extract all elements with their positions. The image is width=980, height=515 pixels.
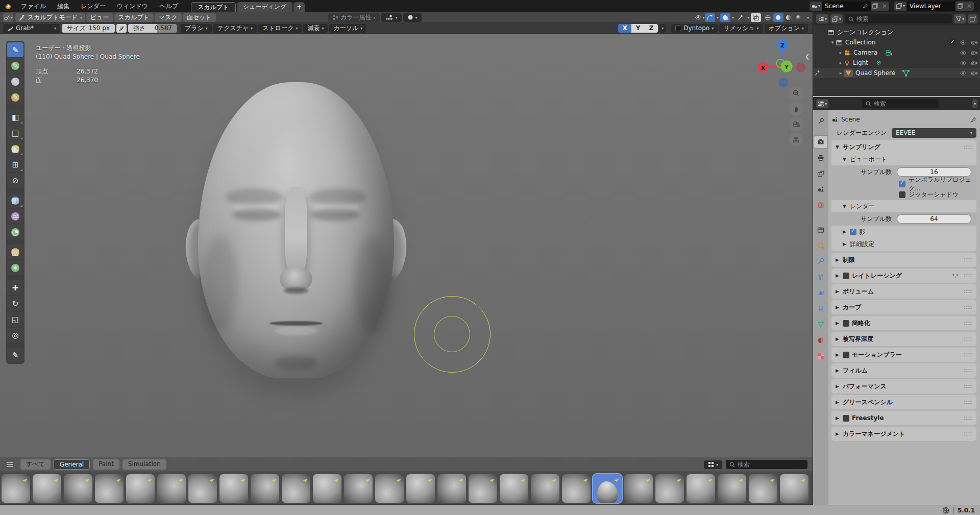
brush-thumbnail[interactable] bbox=[562, 474, 591, 503]
panel-header[interactable]: ▶パフォーマンス bbox=[831, 380, 976, 393]
brush-thumbnail[interactable] bbox=[749, 474, 777, 503]
brush-thumbnail[interactable] bbox=[251, 474, 279, 503]
shelf-tab-Simulation[interactable]: Simulation bbox=[122, 459, 166, 470]
brush-selector[interactable]: Grab*▾ bbox=[3, 24, 60, 33]
viewport-menu-ビュー[interactable]: ビュー bbox=[86, 13, 113, 22]
outliner-row-quad-sphere[interactable]: ▸Quad Sphere bbox=[813, 68, 980, 78]
tool-move-tool[interactable]: ✚ bbox=[7, 280, 23, 295]
tool-mesh-filter[interactable]: ◔ bbox=[7, 225, 23, 239]
tool-color-filter[interactable]: ▨ bbox=[7, 244, 23, 259]
menu-ヘルプ[interactable]: ヘルプ bbox=[154, 0, 184, 12]
panel-checkbox[interactable] bbox=[843, 352, 849, 358]
viewport-menu-面セット[interactable]: 面セット bbox=[183, 13, 216, 22]
menu-ファイル[interactable]: ファイル bbox=[15, 0, 52, 12]
xray-toggle-icon[interactable] bbox=[751, 13, 761, 22]
panel-header[interactable]: ▶ボリューム bbox=[831, 285, 976, 298]
panel-header[interactable]: ▶Freestyle bbox=[831, 412, 976, 424]
outliner-row-light[interactable]: ▸Light bbox=[813, 58, 980, 68]
brush-thumbnail[interactable] bbox=[437, 474, 466, 503]
gizmos-toggle-icon[interactable] bbox=[705, 13, 715, 22]
properties-tab-scene[interactable] bbox=[814, 183, 827, 195]
tool-transform-tool[interactable]: ◎ bbox=[7, 328, 23, 342]
dyntopo-checkbox[interactable] bbox=[675, 25, 681, 31]
overlays-toggle-icon[interactable] bbox=[720, 13, 730, 22]
properties-tab-particles[interactable] bbox=[814, 271, 827, 283]
drag-dots-icon[interactable] bbox=[964, 321, 972, 326]
brush-strength-slider[interactable]: 強さ 0.587 bbox=[128, 24, 177, 33]
panel-header[interactable]: ▶グリースペンシル bbox=[831, 396, 976, 408]
panel-header[interactable]: ▶レイトレーシングᵗ⨾ᵗ bbox=[831, 269, 976, 282]
properties-editor-type[interactable]: ▾ bbox=[816, 99, 828, 108]
panel-header[interactable]: ▶カーブ bbox=[831, 301, 976, 313]
hide-eye-icon[interactable] bbox=[960, 70, 967, 76]
properties-search-input[interactable]: 検索 bbox=[862, 99, 939, 108]
checkbox-row[interactable]: テンポラルリプロジェク... bbox=[831, 179, 976, 189]
add-workspace-button[interactable]: + bbox=[293, 2, 305, 12]
brush-thumbnail[interactable] bbox=[313, 474, 341, 503]
brush-thumbnail[interactable] bbox=[655, 474, 684, 503]
popover-減衰[interactable]: 減衰 ▾ bbox=[303, 24, 328, 33]
brush-size-slider[interactable]: サイズ 150 px bbox=[62, 24, 115, 33]
brush-display-popover[interactable]: ▾ bbox=[403, 13, 422, 22]
render-engine-dropdown[interactable]: EEVEE▾ bbox=[892, 128, 976, 138]
properties-tab-texture[interactable] bbox=[814, 350, 827, 362]
pin-id-icon[interactable] bbox=[970, 116, 976, 123]
zoom-button[interactable] bbox=[789, 86, 803, 100]
scene-icon[interactable]: ▾ bbox=[810, 2, 822, 11]
navigation-gizmo[interactable]: Z X Y bbox=[754, 35, 813, 96]
tool-box-trim[interactable]: ▦ bbox=[7, 193, 23, 208]
tool-mask-brush[interactable]: ✎ bbox=[7, 74, 23, 89]
panel-checkbox[interactable] bbox=[843, 320, 849, 327]
popover-カーソル[interactable]: カーソル ▾ bbox=[329, 24, 366, 33]
disable-render-icon[interactable] bbox=[971, 50, 977, 56]
panel-header[interactable]: ▼サンプリング bbox=[831, 141, 976, 153]
disable-render-icon[interactable] bbox=[971, 70, 977, 76]
viewport-menu-スカルプト[interactable]: スカルプト bbox=[114, 13, 154, 22]
properties-tab-object[interactable] bbox=[814, 239, 827, 252]
hide-eye-icon[interactable] bbox=[960, 60, 967, 66]
asset-shelf-menu-icon[interactable] bbox=[6, 462, 13, 467]
brush-thumbnail[interactable] bbox=[531, 474, 559, 503]
brush-thumbnail[interactable] bbox=[2, 474, 30, 503]
drag-dots-icon[interactable] bbox=[964, 305, 972, 310]
color-attribute-button[interactable]: カラー属性▾ bbox=[328, 13, 380, 22]
pin-icon[interactable] bbox=[862, 3, 868, 9]
panel-checkbox[interactable] bbox=[899, 191, 905, 198]
drag-dots-icon[interactable] bbox=[964, 416, 972, 421]
expand-arrow[interactable]: ▸ bbox=[838, 60, 844, 65]
new-view-layer-button[interactable] bbox=[955, 2, 965, 11]
panel-header[interactable]: ▶カラーマネージメント bbox=[831, 428, 976, 440]
brush-thumbnail[interactable] bbox=[157, 474, 186, 503]
properties-tab-physics[interactable] bbox=[814, 287, 827, 299]
panel-header[interactable]: ▶簡略化 bbox=[831, 317, 976, 329]
drag-dots-icon[interactable] bbox=[964, 145, 972, 150]
checkbox-row[interactable]: ジッターシャドウ bbox=[831, 189, 976, 200]
collection-checkbox[interactable] bbox=[949, 39, 955, 45]
3d-viewport[interactable]: ユーザー・透視投影 (110) Quad Sphere | Quad Spher… bbox=[0, 34, 813, 505]
tool-box-mask[interactable]: ◧ bbox=[7, 110, 23, 125]
outliner-filter-funnel[interactable]: ▾ bbox=[954, 14, 966, 23]
disable-render-icon[interactable] bbox=[971, 60, 977, 66]
tool-box-face-set[interactable]: ▦ bbox=[7, 141, 23, 156]
brush-thumbnail[interactable] bbox=[718, 474, 746, 503]
properties-tab-modifiers[interactable] bbox=[814, 255, 827, 267]
asset-view-options[interactable]: ▾ bbox=[704, 460, 722, 469]
drag-dots-icon[interactable] bbox=[964, 400, 972, 405]
subpanel-closed[interactable]: ▶影 bbox=[831, 226, 976, 238]
scene-name-field[interactable]: Scene bbox=[822, 2, 871, 11]
properties-tab-tool[interactable] bbox=[814, 115, 827, 128]
symmetry-axis-y[interactable]: Y bbox=[631, 24, 645, 33]
panel-checkbox[interactable] bbox=[850, 229, 856, 235]
visibility-eye-icon[interactable]: ▾ bbox=[695, 13, 705, 22]
subpanel-header[interactable]: ▼レンダー bbox=[831, 200, 976, 212]
drag-dots-icon[interactable] bbox=[964, 337, 972, 341]
new-scene-button[interactable] bbox=[871, 2, 880, 11]
panel-header[interactable]: ▶フィルム bbox=[831, 364, 976, 377]
menu-ウィンドウ[interactable]: ウィンドウ bbox=[111, 0, 154, 12]
tool-line-project[interactable]: ⊘ bbox=[7, 173, 23, 188]
brush-thumbnail[interactable] bbox=[375, 474, 404, 503]
asset-search-input[interactable]: 検索 bbox=[726, 460, 807, 469]
dyntopo-group[interactable]: Dyntopo▾ bbox=[671, 24, 718, 33]
outliner-row-collection[interactable]: ▾Collection bbox=[813, 37, 980, 47]
tool-paint-brush[interactable]: ✎ bbox=[7, 58, 23, 73]
